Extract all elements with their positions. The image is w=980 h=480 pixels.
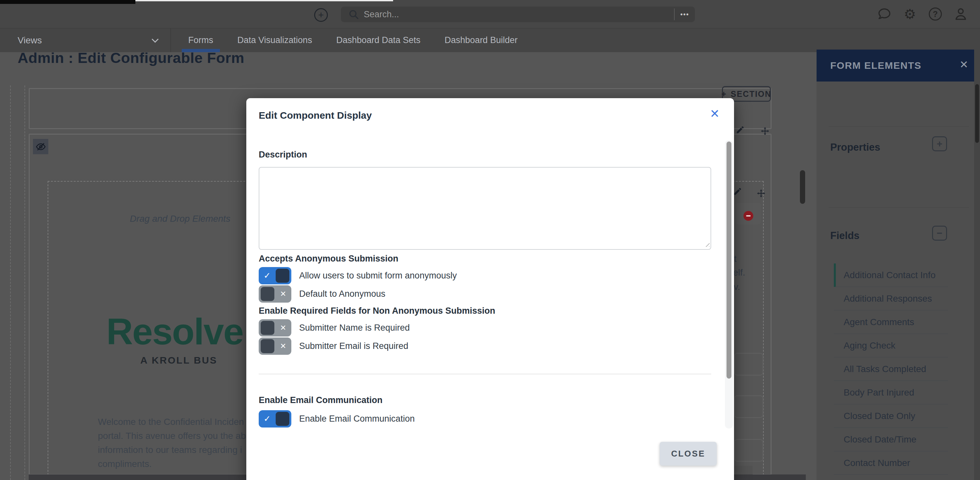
required-toggles: ✓ ✕ Submitter Name is Required ✓ ✕ Submi… — [259, 319, 410, 355]
hidden-eye-icon[interactable] — [33, 139, 48, 154]
form-element-row — [734, 353, 764, 376]
nav-row: Views FormsData VisualizationsDashboard … — [0, 28, 980, 52]
field-list-item[interactable]: Closed Date/Time — [834, 428, 948, 451]
chevron-down-icon[interactable] — [152, 36, 159, 43]
nav-tab[interactable]: Dashboard Data Sets — [324, 29, 433, 52]
search-bar[interactable]: ••• — [341, 6, 695, 22]
field-list-item[interactable]: Closed Date Only — [834, 404, 948, 428]
form-elements-title: FORM ELEMENTS — [830, 60, 922, 71]
form-element-row — [734, 439, 764, 462]
welcome-line: information to our teams regarding i — [98, 443, 246, 457]
text-fragment: elf. — [733, 267, 745, 278]
welcome-line: Welcome to the Confidential Inciden — [98, 415, 246, 429]
toggle-switch[interactable]: ✓ ✕ — [259, 337, 291, 355]
toggle-switch[interactable]: ✓ ✕ — [259, 267, 291, 285]
x-icon: ✕ — [275, 337, 291, 355]
toggle-switch[interactable]: ✓ ✕ — [259, 410, 291, 428]
toggle-knob — [261, 339, 274, 353]
field-list-item[interactable]: Additional Contact Info — [834, 264, 948, 287]
views-dropdown[interactable]: Views — [18, 29, 42, 52]
page-scrollbar[interactable] — [974, 49, 980, 480]
top-bar: + ••• ⚙ ? — [0, 0, 980, 28]
modal-scrollbar-thumb[interactable] — [727, 141, 732, 378]
toggle-row: ✓ ✕ Submitter Email is Required — [259, 337, 410, 355]
move-icon[interactable] — [757, 189, 766, 198]
move-icon[interactable] — [760, 127, 770, 136]
text-fragment: t — [734, 254, 737, 264]
search-input[interactable] — [364, 10, 674, 19]
field-list-item[interactable]: Additional Responses — [834, 287, 948, 310]
help-icon[interactable]: ? — [928, 6, 943, 22]
resolver-tagline: A KROLL BUS — [140, 355, 217, 366]
welcome-line: compliments. — [98, 457, 246, 471]
divider — [259, 374, 711, 374]
toggle-label: Submitter Name is Required — [299, 323, 410, 333]
toggle-knob — [276, 269, 290, 283]
description-textarea[interactable] — [259, 167, 711, 250]
resolver-logo: Resolve — [107, 310, 243, 353]
form-elements-header: FORM ELEMENTS ✕ — [816, 49, 980, 81]
browser-strip-light — [135, 0, 393, 1]
modal-scrollbar[interactable] — [725, 140, 733, 429]
divider — [829, 207, 969, 208]
canvas-dashed-border — [24, 86, 25, 480]
modal-close-icon[interactable]: ✕ — [710, 108, 720, 120]
fields-list: Additional Contact InfoAdditional Respon… — [834, 264, 948, 475]
modal-title: Edit Component Display — [259, 110, 372, 121]
nav-tab[interactable]: Dashboard Builder — [433, 29, 530, 52]
toggle-row: ✓ ✕ Allow users to submit form anonymous… — [259, 267, 457, 285]
user-profile-icon[interactable] — [953, 6, 968, 22]
toggle-label: Enable Email Communication — [299, 414, 415, 424]
toggle-knob — [261, 321, 274, 335]
toggle-row: ✓ ✕ Enable Email Communication — [259, 410, 415, 428]
browser-strip — [0, 0, 135, 4]
chat-icon[interactable] — [877, 6, 892, 22]
anonymous-heading: Accepts Anonymous Submission — [259, 254, 398, 264]
fields-section-label: Fields — [830, 230, 860, 242]
page-scrollbar-thumb[interactable] — [975, 84, 979, 143]
email-toggles: ✓ ✕ Enable Email Communication — [259, 410, 415, 428]
close-button[interactable]: CLOSE — [660, 442, 717, 466]
nav-tab[interactable]: Forms — [176, 29, 226, 52]
canvas-scrollbar[interactable] — [800, 170, 805, 204]
toggle-row: ✓ ✕ Submitter Name is Required — [259, 319, 410, 337]
divider — [829, 127, 969, 127]
welcome-text: Welcome to the Confidential Incidenporta… — [98, 415, 246, 471]
close-icon[interactable]: ✕ — [959, 59, 968, 70]
canvas-dashed-border — [10, 86, 11, 480]
toggle-knob — [261, 287, 274, 301]
toggle-label: Allow users to submit form anonymously — [299, 271, 457, 281]
nav-tab[interactable]: Data Visualizations — [226, 29, 324, 52]
page-title: Admin : Edit Configurable Form — [18, 49, 244, 67]
properties-section-label: Properties — [830, 141, 880, 153]
toggle-switch[interactable]: ✓ ✕ — [259, 285, 291, 303]
edit-pencil-icon[interactable] — [736, 125, 745, 134]
remove-icon[interactable] — [743, 211, 753, 221]
field-list-item[interactable]: All Tasks Completed — [834, 358, 948, 381]
check-icon: ✓ — [259, 267, 276, 285]
form-element-row — [734, 395, 764, 418]
field-list-item[interactable]: Body Part Injured — [834, 381, 948, 404]
form-elements-panel: FORM ELEMENTS ✕ Properties + Fields − Ad… — [816, 49, 980, 480]
form-element-partial — [734, 466, 752, 474]
collapse-fields-icon[interactable]: − — [932, 226, 947, 241]
anonymous-toggles: ✓ ✕ Allow users to submit form anonymous… — [259, 267, 457, 303]
toggle-row: ✓ ✕ Default to Anonymous — [259, 285, 457, 303]
toggle-label: Default to Anonymous — [299, 289, 385, 299]
add-icon[interactable]: + — [314, 8, 328, 22]
email-heading: Enable Email Communication — [259, 395, 383, 405]
settings-gear-icon[interactable]: ⚙ — [902, 6, 917, 22]
check-icon: ✓ — [259, 410, 276, 428]
text-fragment: v. — [734, 282, 740, 292]
field-list-item[interactable]: Agent Comments — [834, 310, 948, 334]
toggle-label: Submitter Email is Required — [299, 341, 409, 351]
more-options-icon[interactable]: ••• — [675, 11, 695, 18]
description-label: Description — [259, 150, 307, 160]
expand-properties-icon[interactable]: + — [932, 136, 947, 151]
field-list-item[interactable]: Contact Number — [834, 451, 948, 475]
field-list-item[interactable]: Aging Check — [834, 334, 948, 358]
required-fields-heading: Enable Required Fields for Non Anonymous… — [259, 306, 495, 316]
x-icon: ✕ — [275, 319, 291, 337]
edit-pencil-icon[interactable] — [733, 187, 742, 196]
toggle-switch[interactable]: ✓ ✕ — [259, 319, 291, 337]
